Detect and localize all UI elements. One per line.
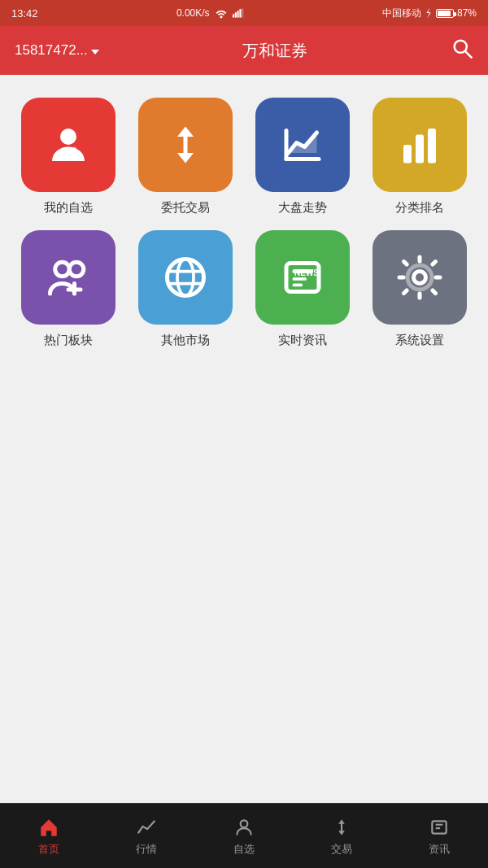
svg-rect-28 — [293, 277, 307, 281]
nav-item-market[interactable]: 行情 — [98, 804, 195, 868]
icon-item-realtime-news[interactable]: NEWS 实时资讯 — [251, 230, 355, 348]
market-icon — [135, 816, 158, 839]
icon-box-realtime-news: NEWS — [255, 230, 350, 325]
icon-item-market-trend[interactable]: 大盘走势 — [251, 98, 355, 216]
icon-item-other-market[interactable]: 其他市场 — [133, 230, 237, 348]
gear-icon — [395, 253, 444, 302]
svg-rect-2 — [237, 11, 238, 17]
svg-point-8 — [60, 129, 76, 145]
news-icon: NEWS — [278, 253, 327, 302]
wifi-icon — [215, 7, 228, 19]
svg-rect-21 — [67, 288, 83, 292]
user-icon — [44, 120, 93, 169]
svg-point-33 — [241, 820, 248, 827]
svg-rect-13 — [285, 129, 289, 161]
svg-point-18 — [55, 262, 70, 277]
svg-rect-3 — [239, 9, 241, 18]
icon-label-other-market: 其他市场 — [161, 333, 210, 348]
nav-label-news: 资讯 — [429, 842, 450, 857]
watchlist-icon — [233, 816, 255, 839]
svg-point-31 — [414, 272, 426, 284]
status-right: 中国移动 87% — [382, 7, 477, 20]
chart-line-icon — [278, 120, 327, 169]
icon-label-hot-sector: 热门板块 — [44, 333, 93, 348]
battery-percent: 87% — [457, 7, 477, 19]
status-bar: 13:42 0.00K/s 中国移动 87% — [0, 0, 488, 26]
svg-marker-5 — [426, 7, 430, 19]
svg-point-32 — [407, 265, 432, 290]
icon-item-my-watchlist[interactable]: 我的自选 — [16, 98, 120, 216]
trade-icon — [161, 120, 210, 169]
svg-line-7 — [465, 51, 472, 58]
icon-box-other-market — [138, 230, 233, 325]
icon-box-my-watchlist — [21, 98, 115, 192]
feature-grid: 我的自选 委托交易 大盘走势 — [16, 98, 472, 348]
icon-label-market-trend: 大盘走势 — [278, 200, 327, 216]
svg-rect-16 — [416, 135, 424, 164]
nav-item-watchlist[interactable]: 自选 — [195, 804, 293, 868]
dropdown-arrow-icon — [91, 50, 99, 55]
status-time: 13:42 — [11, 7, 38, 20]
icon-label-my-watchlist: 我的自选 — [44, 200, 93, 216]
svg-point-23 — [177, 260, 194, 296]
sector-icon — [44, 253, 93, 302]
icon-box-system-settings — [373, 230, 467, 325]
icon-box-hot-sector — [21, 230, 115, 325]
nav-item-trade[interactable]: 交易 — [293, 804, 390, 868]
nav-label-trade: 交易 — [331, 842, 352, 857]
icon-item-system-settings[interactable]: 系统设置 — [368, 230, 472, 348]
bar-chart-icon — [395, 120, 444, 169]
svg-rect-15 — [403, 145, 412, 164]
globe-icon — [161, 253, 210, 302]
svg-rect-10 — [67, 153, 83, 157]
carrier-label: 中国移动 — [382, 7, 421, 20]
account-selector[interactable]: 15817472... — [15, 42, 99, 59]
svg-rect-1 — [234, 12, 236, 17]
icon-item-entrust-trade[interactable]: 委托交易 — [133, 98, 237, 216]
icon-box-market-trend — [255, 98, 350, 192]
svg-point-22 — [168, 260, 204, 296]
nav-item-news[interactable]: 资讯 — [390, 804, 488, 868]
charging-icon — [425, 7, 433, 19]
app-title: 万和证券 — [242, 40, 307, 62]
account-number: 15817472... — [15, 42, 88, 59]
icon-label-system-settings: 系统设置 — [395, 333, 444, 348]
icon-item-category-rank[interactable]: 分类排名 — [368, 98, 472, 216]
home-icon — [37, 816, 60, 839]
svg-rect-12 — [285, 157, 321, 161]
nav-item-home[interactable]: 首页 — [0, 804, 98, 868]
nav-label-home: 首页 — [38, 842, 59, 857]
search-button[interactable] — [451, 37, 473, 65]
nav-label-watchlist: 自选 — [233, 842, 255, 857]
trade-nav-icon — [330, 816, 353, 839]
svg-text:NEWS: NEWS — [294, 268, 319, 277]
icon-item-hot-sector[interactable]: 热门板块 — [16, 230, 120, 348]
icon-box-category-rank — [373, 98, 467, 192]
nav-label-market: 行情 — [136, 842, 157, 857]
icon-label-entrust-trade: 委托交易 — [161, 200, 210, 216]
app-header: 15817472... 万和证券 — [0, 26, 488, 75]
battery-indicator — [436, 9, 454, 18]
signal-icon — [233, 7, 244, 19]
icon-label-realtime-news: 实时资讯 — [278, 333, 327, 348]
status-center: 0.00K/s — [176, 7, 244, 19]
svg-rect-29 — [293, 284, 303, 287]
svg-rect-0 — [233, 14, 234, 17]
svg-rect-4 — [242, 8, 243, 17]
status-network: 0.00K/s — [176, 7, 210, 19]
svg-rect-17 — [428, 129, 436, 164]
news-nav-icon — [428, 816, 451, 839]
svg-point-19 — [69, 262, 84, 277]
bottom-navigation: 首页 行情 自选 交易 — [0, 803, 488, 868]
icon-box-entrust-trade — [138, 98, 233, 192]
svg-rect-11 — [184, 135, 188, 155]
main-content: 我的自选 委托交易 大盘走势 — [0, 75, 488, 783]
icon-label-category-rank: 分类排名 — [395, 200, 444, 216]
